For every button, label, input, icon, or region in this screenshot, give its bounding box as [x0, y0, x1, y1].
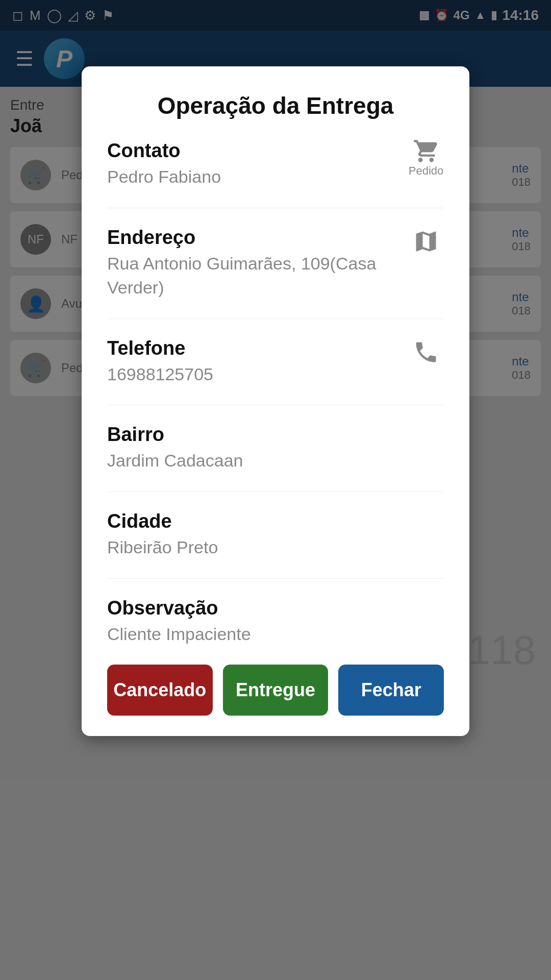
cidade-content: Cidade Ribeirão Preto [107, 510, 444, 560]
cancelado-button[interactable]: Cancelado [107, 665, 213, 716]
contato-section: Contato Pedro Fabiano Pedido [107, 140, 444, 189]
entregue-button[interactable]: Entregue [223, 665, 329, 716]
telefone-content: Telefone 16988125705 [107, 337, 408, 387]
cidade-section: Cidade Ribeirão Preto [107, 510, 444, 560]
fechar-button[interactable]: Fechar [338, 665, 444, 716]
observacao-content: Observação Cliente Impaciente [107, 597, 444, 647]
divider-4 [107, 492, 444, 492]
observacao-value: Cliente Impaciente [107, 622, 444, 647]
divider-3 [107, 405, 444, 405]
telefone-label: Telefone [107, 337, 408, 359]
cidade-label: Cidade [107, 510, 444, 532]
telefone-section: Telefone 16988125705 [107, 337, 444, 387]
phone-icon [413, 339, 439, 372]
endereco-label: Endereço [107, 227, 408, 249]
bairro-section: Bairro Jardim Cadacaan [107, 424, 444, 473]
modal-title: Operação da Entrega [107, 92, 444, 119]
cart-icon-area: Pedido [408, 140, 444, 176]
telefone-value: 16988125705 [107, 362, 408, 387]
endereco-content: Endereço Rua Antonio Guimarães, 109(Casa… [107, 227, 408, 300]
map-icon [413, 228, 439, 261]
bairro-value: Jardim Cadacaan [107, 449, 444, 473]
contato-value: Pedro Fabiano [107, 165, 408, 189]
observacao-label: Observação [107, 597, 444, 619]
contato-content: Contato Pedro Fabiano [107, 140, 408, 189]
bairro-label: Bairro [107, 424, 444, 446]
modal-overlay: Operação da Entrega Contato Pedro Fabian… [0, 0, 551, 980]
cart-icon: Pedido [409, 138, 444, 178]
endereco-value: Rua Antonio Guimarães, 109(Casa Verder) [107, 252, 408, 300]
phone-icon-area [408, 337, 444, 373]
observacao-section: Observação Cliente Impaciente [107, 597, 444, 647]
divider-2 [107, 318, 444, 319]
divider-1 [107, 208, 444, 208]
endereco-section: Endereço Rua Antonio Guimarães, 109(Casa… [107, 227, 444, 300]
contato-label: Contato [107, 140, 408, 162]
pedido-label: Pedido [409, 164, 444, 178]
modal-action-buttons: Cancelado Entregue Fechar [107, 665, 444, 716]
divider-5 [107, 578, 444, 579]
cidade-value: Ribeirão Preto [107, 535, 444, 560]
bairro-content: Bairro Jardim Cadacaan [107, 424, 444, 473]
map-icon-area [408, 227, 444, 262]
delivery-operation-modal: Operação da Entrega Contato Pedro Fabian… [82, 66, 469, 736]
